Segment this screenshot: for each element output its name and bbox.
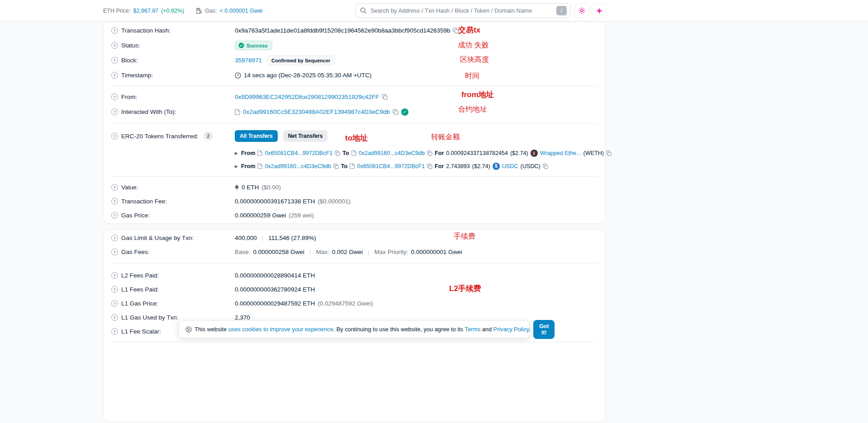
help-icon[interactable]: ?	[111, 184, 118, 191]
help-icon[interactable]: ?	[111, 133, 118, 140]
help-icon[interactable]: ?	[111, 212, 118, 219]
eth-price-change: (+0.92%)	[161, 8, 184, 14]
disclosure-triangle-icon[interactable]: ▶	[235, 151, 238, 155]
copy-icon[interactable]	[543, 164, 548, 169]
l2-fees-row: ? L2 Fees Paid: 0.000000000028890414 ETH	[104, 268, 605, 282]
eth-price-value[interactable]: $2,967.87	[133, 8, 158, 14]
help-icon[interactable]: ?	[111, 72, 118, 79]
copy-icon[interactable]	[393, 109, 398, 115]
annotation-contract-address: 合约地址	[458, 105, 487, 114]
cookie-policy-link[interactable]: uses cookies to improve your experience	[228, 326, 333, 333]
help-icon[interactable]: ?	[111, 94, 118, 100]
to-address-link[interactable]: 0x2ad99160Cc5E3230498A02EF1394987c4D3eC9…	[243, 108, 390, 115]
transaction-fee-label: Transaction Fee:	[121, 198, 167, 205]
all-transfers-button[interactable]: All Transfers	[235, 130, 278, 142]
interacted-with-label: Interacted With (To):	[121, 108, 176, 115]
max-priority-fee-label: Max Priority:	[374, 249, 408, 255]
theme-toggle-button[interactable]	[574, 3, 589, 18]
block-number-link[interactable]: 35978971	[235, 57, 262, 64]
search-icon	[360, 7, 367, 14]
contract-icon	[350, 163, 355, 169]
disclosure-triangle-icon[interactable]: ▶	[235, 164, 238, 169]
verified-check-icon: ✓	[401, 108, 408, 116]
search-bar[interactable]: /	[355, 3, 571, 18]
transfer-from-link[interactable]: 0x2ad99160...c4D3eC9db	[265, 163, 331, 169]
token-name-link[interactable]: USDC	[502, 163, 518, 169]
help-icon[interactable]: ?	[111, 314, 118, 321]
search-input[interactable]	[370, 7, 553, 14]
clock-icon	[235, 72, 241, 79]
l1-gas-used-value: 2,370	[235, 314, 250, 321]
weth-token-icon	[531, 150, 538, 157]
max-priority-fee-value: 0.000000001 Gwei	[411, 249, 462, 255]
l1-gas-price-row: ? L1 Gas Price: 0.000000000029487592 ETH…	[104, 296, 605, 310]
net-transfers-button[interactable]: Net Transfers	[283, 130, 328, 142]
token-transfer-row: ▶ From 0x2ad99160...c4D3eC9db To 0x65081…	[235, 160, 597, 173]
transfer-from-link[interactable]: 0x65081CB4...9972DBcF1	[265, 150, 332, 156]
status-row: ? Status: Success	[104, 38, 605, 53]
help-icon[interactable]: ?	[111, 27, 118, 34]
help-icon[interactable]: ?	[111, 235, 118, 241]
help-icon[interactable]: ?	[111, 108, 118, 115]
timestamp-label: Timestamp:	[121, 72, 153, 79]
annotation-from-address: from地址	[461, 89, 494, 100]
max-fee-label: Max:	[316, 249, 329, 255]
l2-fees-label: L2 Fees Paid:	[121, 272, 159, 279]
help-icon[interactable]: ?	[111, 286, 118, 293]
transfer-amount: 2.743893	[446, 163, 470, 169]
help-icon[interactable]: ?	[111, 42, 118, 49]
divider	[111, 176, 597, 177]
value-usd: ($0.00)	[261, 184, 281, 191]
timestamp-row: ? Timestamp: 14 secs ago (Dec-26-2025 05…	[104, 68, 605, 83]
cookie-icon	[185, 326, 192, 333]
tx-hash-value: 0x9a783a5f1ade11de01a8fddb9f15208c196456…	[235, 27, 450, 34]
copy-icon[interactable]	[427, 164, 432, 169]
cookie-banner: This website uses cookies to improve you…	[179, 320, 530, 338]
from-address-link[interactable]: 0x9D99963EC242952Dfce2908129902351929c42…	[235, 94, 379, 100]
terms-link[interactable]: Terms	[465, 326, 480, 333]
gas-fees-label: Gas Fees:	[121, 249, 149, 255]
l1-gas-used-label: L1 Gas Used by Txn:	[121, 314, 179, 321]
top-navbar: ETH Price: $2,967.87 (+0.92%) Gas: < 0.0…	[0, 0, 868, 21]
help-icon[interactable]: ?	[111, 249, 118, 255]
gas-price-wei: (259 wei)	[289, 212, 314, 219]
interacted-with-row: ? Interacted With (To): 0x2ad99160Cc5E32…	[104, 104, 605, 119]
copy-icon[interactable]	[427, 150, 432, 156]
privacy-policy-link[interactable]: Privacy Policy	[493, 326, 529, 333]
l1-gas-price-label: L1 Gas Price:	[121, 300, 158, 307]
divider	[111, 123, 597, 123]
gas-value[interactable]: < 0.000001 Gwei	[220, 8, 263, 14]
from-label: From:	[121, 94, 137, 100]
cookie-accept-button[interactable]: Got it!	[533, 320, 555, 339]
transfer-amount: 0.000924337138782454	[446, 150, 508, 156]
help-icon[interactable]: ?	[111, 198, 118, 205]
base-fee-label: Base:	[235, 249, 251, 255]
gas-limit-value: 400,000	[235, 235, 257, 241]
contract-icon	[257, 163, 262, 169]
transaction-overview-card: ? Transaction Hash: 0x9a783a5f1ade11de01…	[103, 22, 605, 224]
tx-hash-row: ? Transaction Hash: 0x9a783a5f1ade11de01…	[104, 23, 605, 38]
help-icon[interactable]: ?	[111, 57, 118, 64]
copy-icon[interactable]	[333, 164, 339, 169]
divider	[111, 263, 597, 264]
help-icon[interactable]: ?	[111, 300, 118, 307]
sparkle-icon	[595, 7, 603, 15]
gas-pump-icon	[196, 8, 202, 14]
transfer-to-link[interactable]: 0x2ad99160...c4D3eC9db	[359, 150, 425, 156]
max-fee-value: 0.002 Gwei	[332, 249, 363, 255]
transfer-to-link[interactable]: 0x65081CB4...9972DBcF1	[357, 163, 425, 169]
block-row: ? Block: 35978971 Confirmed by Sequencer	[104, 53, 605, 68]
copy-icon[interactable]	[382, 94, 388, 100]
annotation-time: 时间	[465, 71, 479, 81]
copy-icon[interactable]	[606, 150, 612, 156]
copy-icon[interactable]	[335, 150, 340, 156]
from-word: From	[241, 150, 255, 156]
ai-assistant-button[interactable]	[592, 3, 607, 18]
token-name-link[interactable]: Wrapped Ethe...	[540, 150, 581, 156]
status-label: Status:	[121, 42, 140, 49]
block-label: Block:	[121, 57, 138, 64]
value-row: ? Value: 0 ETH ($0.00)	[104, 180, 605, 194]
timestamp-value: 14 secs ago (Dec-26-2025 05:35:30 AM +UT…	[244, 72, 372, 79]
help-icon[interactable]: ?	[111, 328, 118, 335]
help-icon[interactable]: ?	[111, 272, 118, 279]
